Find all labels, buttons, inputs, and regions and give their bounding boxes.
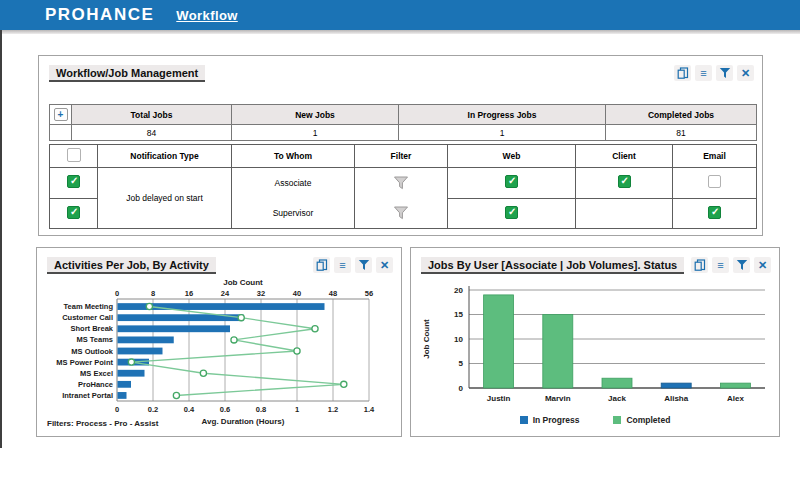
category-label: Jack	[608, 394, 626, 403]
job-count-bar	[118, 370, 145, 377]
legend-item-in-progress: In Progress	[520, 415, 580, 425]
export-icon[interactable]	[313, 257, 330, 273]
y-tick-label: 10	[454, 335, 463, 344]
panel-toolbar: ≡ ✕	[691, 257, 771, 273]
stat-value-total-jobs: 84	[72, 125, 232, 141]
email-cell	[673, 168, 757, 199]
job-stats-table: + Total Jobs New Jobs In Progress Jobs C…	[49, 104, 757, 141]
category-label: MS Outlook	[71, 347, 113, 356]
top-tick-label: 48	[329, 289, 337, 298]
col-header-to-whom: To Whom	[232, 145, 355, 168]
top-tick-label: 32	[257, 289, 265, 298]
top-axis-title: Job Count	[223, 278, 263, 287]
stat-header-completed-jobs: Completed Jobs	[606, 105, 757, 125]
activities-chart-svg: Job Count08162432404856Team MeetingCusto…	[43, 276, 395, 426]
jobs-chart-svg: 05101520Job CountJustinMarvinJackAlishaA…	[417, 276, 775, 408]
bottom-tick-label: 1.4	[364, 405, 375, 414]
nav-workflow[interactable]: Workflow	[176, 8, 237, 23]
user-bar	[661, 383, 691, 388]
legend-item-completed: Completed	[613, 415, 670, 425]
notification-row-associate: Job delayed on start Associate Superviso…	[50, 168, 757, 199]
web-checkbox[interactable]	[505, 206, 518, 219]
job-count-bar	[118, 336, 174, 343]
close-icon[interactable]: ✕	[754, 257, 771, 273]
panel-title: Jobs By User [Associate | Job Volumes]. …	[421, 257, 684, 274]
category-label: MS Power Point	[56, 358, 113, 367]
web-checkbox[interactable]	[505, 175, 518, 188]
category-label: Marvin	[545, 394, 571, 403]
select-all-checkbox[interactable]	[67, 148, 81, 162]
bottom-tick-label: 0.4	[184, 405, 195, 414]
filter-icon[interactable]	[733, 257, 750, 273]
category-label: Justin	[487, 394, 511, 403]
notification-table: Notification Type To Whom Filter Web Cli…	[49, 144, 757, 229]
avg-duration-marker	[341, 381, 347, 387]
panel-toolbar: ≡ ✕	[674, 65, 754, 81]
header-shadow	[0, 30, 800, 34]
top-tick-label: 24	[221, 289, 230, 298]
filter-icon[interactable]	[355, 257, 372, 273]
panel-toolbar: ≡ ✕	[313, 257, 393, 273]
filter-icon[interactable]	[716, 65, 733, 81]
client-cell	[576, 198, 673, 229]
stat-header-total-jobs: Total Jobs	[72, 105, 232, 125]
close-icon[interactable]: ✕	[737, 65, 754, 81]
bottom-tick-label: 1	[295, 405, 299, 414]
window-left-edge	[0, 30, 2, 448]
category-label: ProHance	[78, 380, 113, 389]
row-select-cell	[50, 198, 98, 229]
col-header-filter: Filter	[355, 145, 448, 168]
row-checkbox[interactable]	[67, 175, 80, 188]
row-checkbox[interactable]	[67, 206, 80, 219]
y-axis-title: Job Count	[422, 319, 431, 359]
category-label: Alex	[727, 394, 744, 403]
bottom-tick-label: 0.8	[256, 405, 266, 414]
close-icon[interactable]: ✕	[376, 257, 393, 273]
avg-duration-marker	[173, 392, 179, 398]
y-tick-label: 20	[454, 286, 463, 295]
row-filter-funnel-icon[interactable]	[355, 198, 447, 228]
legend-label-in-progress: In Progress	[533, 415, 580, 425]
col-header-client: Client	[576, 145, 673, 168]
category-label: Team Meeting	[64, 302, 114, 311]
avg-duration-marker	[312, 326, 318, 332]
menu-icon[interactable]: ≡	[695, 65, 712, 81]
filter-cell	[355, 168, 448, 229]
panel-title: Workflow/Job Management	[49, 65, 205, 82]
completed-swatch	[613, 416, 621, 424]
client-checkbox[interactable]	[618, 175, 631, 188]
user-bar	[720, 383, 750, 388]
top-tick-label: 0	[115, 289, 119, 298]
activities-per-job-panel: Activities Per Job, By Activity ≡ ✕ Job …	[36, 247, 402, 437]
avg-duration-marker	[200, 370, 206, 376]
prohance-logo: PROHANCE	[45, 5, 154, 25]
avg-duration-marker	[238, 315, 244, 321]
in-progress-swatch	[520, 416, 528, 424]
stat-value-in-progress-jobs: 1	[399, 125, 606, 141]
email-checkbox[interactable]	[708, 206, 721, 219]
category-label: Customer Call	[62, 313, 113, 322]
to-whom-supervisor: Supervisor	[232, 198, 354, 228]
add-button[interactable]: +	[54, 108, 68, 121]
stat-values-row: 84 1 1 81	[50, 125, 757, 141]
panel-title: Activities Per Job, By Activity	[47, 257, 216, 274]
category-label: Alisha	[664, 394, 689, 403]
top-tick-label: 40	[293, 289, 301, 298]
avg-duration-marker	[146, 303, 152, 309]
export-icon[interactable]	[691, 257, 708, 273]
y-tick-label: 0	[459, 384, 464, 393]
category-label: Intranet Portal	[62, 391, 113, 400]
web-cell	[448, 198, 576, 229]
category-label: MS Excel	[80, 369, 113, 378]
menu-icon[interactable]: ≡	[334, 257, 351, 273]
to-whom-cell: Associate Supervisor	[232, 168, 355, 229]
row-filter-funnel-icon[interactable]	[355, 168, 447, 198]
menu-icon[interactable]: ≡	[712, 257, 729, 273]
export-icon[interactable]	[674, 65, 691, 81]
workflow-job-management-panel: Workflow/Job Management ≡ ✕ + Total Jobs…	[38, 55, 763, 236]
col-header-email: Email	[673, 145, 757, 168]
bottom-tick-label: 1.2	[328, 405, 338, 414]
job-count-bar	[118, 392, 127, 399]
email-checkbox[interactable]	[708, 175, 721, 188]
bottom-tick-label: 0	[115, 405, 119, 414]
